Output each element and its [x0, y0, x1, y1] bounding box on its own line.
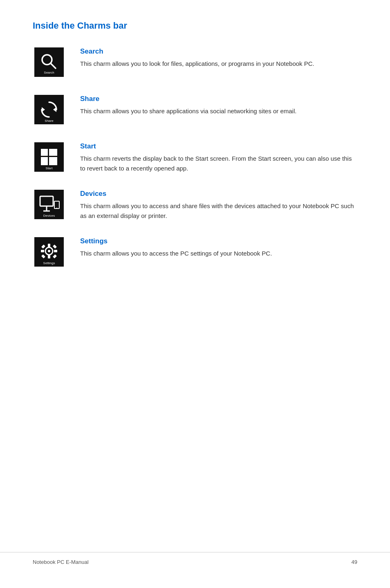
svg-rect-10 — [49, 149, 57, 156]
svg-text:Share: Share — [45, 119, 54, 123]
devices-charm-name: Devices — [80, 190, 357, 198]
charm-item-share: Share Share This charm allows you to sha… — [33, 93, 357, 126]
charm-item-start: Start Start This charm reverts the displ… — [33, 141, 357, 173]
devices-charm-description: This charm allows you to access and shar… — [80, 201, 357, 221]
start-charm-description: This charm reverts the display back to t… — [80, 154, 357, 173]
svg-text:Start: Start — [46, 166, 53, 170]
start-charm-icon-wrapper: Start — [33, 141, 65, 173]
search-charm-name: Search — [80, 47, 357, 56]
search-icon: Search — [34, 47, 64, 77]
share-icon: Share — [34, 95, 64, 124]
svg-rect-27 — [54, 250, 57, 252]
share-charm-name: Share — [80, 95, 357, 103]
start-charm-name: Start — [80, 142, 357, 150]
devices-charm-content: Devices This charm allows you to access … — [80, 188, 357, 221]
start-charm-content: Start This charm reverts the display bac… — [80, 141, 357, 173]
svg-rect-24 — [48, 244, 50, 247]
settings-icon: Settings — [34, 237, 64, 267]
devices-charm-icon-wrapper: Devices — [33, 188, 65, 221]
svg-text:Settings: Settings — [43, 261, 55, 265]
page-container: Inside the Charms bar Search Search This… — [0, 0, 390, 307]
page-footer: Notebook PC E-Manual 49 — [0, 552, 390, 572]
footer-page-number: 49 — [352, 559, 357, 565]
svg-text:Devices: Devices — [43, 214, 55, 218]
charm-item-search: Search Search This charm allows you to l… — [33, 46, 357, 79]
settings-charm-content: Settings This charm allows you to access… — [80, 236, 357, 258]
share-charm-icon-wrapper: Share — [33, 93, 65, 126]
svg-rect-9 — [41, 149, 48, 156]
charm-item-devices: Devices Devices This charm allows you to… — [33, 188, 357, 221]
search-charm-icon-wrapper: Search — [33, 46, 65, 79]
svg-rect-11 — [41, 157, 48, 165]
footer-left-text: Notebook PC E-Manual — [33, 559, 89, 565]
start-icon: Start — [34, 142, 64, 172]
search-charm-description: This charm allows you to look for files,… — [80, 59, 357, 69]
page-title: Inside the Charms bar — [33, 20, 357, 31]
svg-rect-26 — [41, 250, 44, 252]
share-charm-content: Share This charm allows you to share app… — [80, 93, 357, 116]
search-charm-content: Search This charm allows you to look for… — [80, 46, 357, 69]
settings-charm-description: This charm allows you to access the PC s… — [80, 249, 357, 258]
svg-text:Search: Search — [44, 71, 54, 74]
svg-rect-25 — [48, 255, 50, 258]
svg-rect-12 — [49, 157, 57, 165]
charm-item-settings: Settings Settings This charm allows you … — [33, 236, 357, 268]
settings-charm-icon-wrapper: Settings — [33, 236, 65, 268]
settings-charm-name: Settings — [80, 237, 357, 245]
share-charm-description: This charm allows you to share applicati… — [80, 106, 357, 116]
devices-icon: Devices — [34, 190, 64, 219]
svg-point-23 — [48, 250, 50, 252]
